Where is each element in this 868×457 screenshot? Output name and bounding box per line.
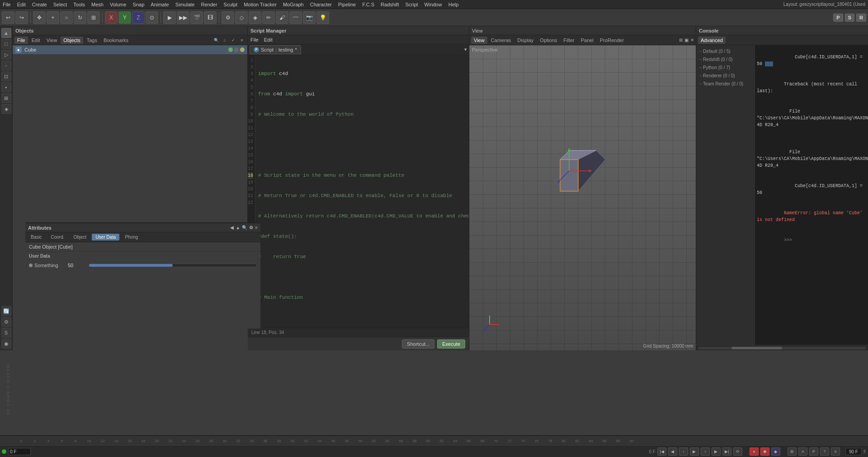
world-coord[interactable]: ⊙ [146, 11, 158, 24]
tab-objects-view[interactable]: View [44, 37, 60, 44]
attr-something-slider[interactable] [89, 264, 257, 267]
s-button[interactable]: S [845, 14, 854, 22]
x-axis-btn[interactable]: X [105, 11, 118, 24]
menu-edit[interactable]: Edit [17, 2, 26, 7]
console-tree-python[interactable]: ─ Python (0 / 7) [696, 63, 755, 71]
tl-record-btn[interactable]: ● [750, 448, 759, 456]
more-icon[interactable]: ≡ [238, 37, 245, 44]
attr-tab-basic[interactable]: Basic [27, 234, 45, 240]
p-button[interactable]: P [833, 14, 843, 22]
motion-camera-btn[interactable]: 📷 [303, 11, 316, 24]
tl-play-back[interactable]: ◀ [668, 448, 677, 456]
cube-visibility-dot[interactable] [228, 47, 233, 52]
attr-settings-icon[interactable]: ⚙ [249, 225, 253, 230]
tl-step-fwd[interactable]: › [701, 448, 710, 456]
undo-button[interactable]: ↩ [2, 11, 14, 24]
viewport-tab-prorender[interactable]: ProRender [597, 37, 627, 44]
fps-input[interactable] [845, 448, 862, 455]
viewport-3d-view[interactable]: Perspective Grid Spacing: 10000 mm [469, 45, 696, 350]
edit-render-settings[interactable]: ⚙ [222, 11, 234, 24]
light-btn[interactable]: 💡 [316, 11, 329, 24]
viewport-tab-cameras[interactable]: Cameras [488, 37, 514, 44]
object-cube-row[interactable]: ■ Cube [13, 45, 247, 54]
console-tree-redshift[interactable]: ─ Redshift (0 / 0) [696, 55, 755, 63]
viewport-tab-display[interactable]: Display [514, 37, 536, 44]
console-tree-default[interactable]: ─ Default (0 / 5) [696, 47, 755, 55]
tl-step-back[interactable]: ‹ [679, 448, 688, 456]
tab-objects-objects[interactable]: Objects [61, 37, 83, 44]
shortcut-button[interactable]: Shortcut... [402, 339, 434, 349]
tl-play[interactable]: ▶ [690, 448, 699, 456]
attr-search-icon[interactable]: 🔍 [242, 225, 247, 230]
sidebar-bottom-3[interactable]: S [1, 328, 11, 338]
menu-pipeline[interactable]: Pipeline [338, 2, 356, 7]
scale-tool[interactable]: ⊞ [87, 11, 100, 24]
perspective-btn[interactable]: ◇ [235, 11, 248, 24]
viewport-tab-panel[interactable]: Panel [578, 37, 596, 44]
menu-mograph[interactable]: MoGraph [283, 2, 304, 7]
menu-script[interactable]: Script [405, 2, 418, 7]
attr-up-icon[interactable]: ▲ [236, 225, 240, 230]
script-tab-dropdown[interactable]: ▾ [464, 47, 467, 52]
r-button[interactable]: R [856, 14, 866, 22]
menu-volume[interactable]: Volume [110, 2, 127, 7]
menu-character[interactable]: Character [310, 2, 332, 7]
tl-settings-b[interactable]: A [798, 448, 807, 456]
tl-record-auto[interactable]: ⏺ [760, 448, 769, 456]
search-icon[interactable]: 🔍 [212, 37, 220, 44]
sidebar-workplane-tool[interactable]: ⊞ [1, 93, 11, 103]
menu-simulate[interactable]: Simulate [175, 2, 195, 7]
viewport-tab-view[interactable]: View [471, 37, 487, 44]
tl-keyframe-btn[interactable]: ◆ [771, 448, 780, 456]
tl-next-keyframe[interactable]: ▶| [722, 448, 731, 456]
tab-objects-file[interactable]: File [14, 37, 28, 44]
menu-window[interactable]: Window [425, 2, 442, 7]
menu-motion-tracker[interactable]: Motion Tracker [244, 2, 277, 7]
attr-tab-userdata[interactable]: User Data [92, 234, 119, 240]
sidebar-bottom-1[interactable]: 🔄 [1, 306, 11, 316]
viewport-tab-filter[interactable]: Filter [561, 37, 577, 44]
tl-settings-a[interactable]: ⊞ [788, 448, 797, 456]
tab-objects-bookmarks[interactable]: Bookmarks [101, 37, 131, 44]
add-tool[interactable]: + [47, 11, 59, 24]
console-tree-teamrender[interactable]: ─ Team Render (0 / 0) [696, 80, 755, 88]
cube-lock-dot[interactable] [240, 47, 245, 52]
redo-button[interactable]: ↪ [15, 11, 28, 24]
render-preview-btn[interactable]: ▶ [163, 11, 176, 24]
attr-tab-phong[interactable]: Phong [121, 234, 142, 240]
tl-settings-d[interactable]: ? [820, 448, 829, 456]
rotate-sphere-tool[interactable]: ○ [60, 11, 73, 24]
tab-objects-tags[interactable]: Tags [84, 37, 100, 44]
home-icon[interactable]: ⌂ [221, 37, 228, 44]
script-file-tab[interactable]: P Script | testing * [250, 45, 301, 54]
attr-back-icon[interactable]: ◀ [230, 225, 234, 230]
paint-btn[interactable]: 🖌 [276, 11, 288, 24]
console-scrollbar[interactable] [696, 345, 868, 350]
rotate-tool[interactable]: ↻ [74, 11, 86, 24]
menu-mesh[interactable]: Mesh [91, 2, 104, 7]
attr-something-value[interactable]: 50 [68, 263, 86, 268]
tl-prev-keyframe[interactable]: |◀ [657, 448, 666, 456]
menu-animate[interactable]: Animate [151, 2, 169, 7]
cube-render-dot[interactable] [234, 47, 239, 52]
attr-tab-object[interactable]: Object [70, 234, 90, 240]
menu-sculpt[interactable]: Sculpt [224, 2, 238, 7]
tl-loop[interactable]: ⟳ [733, 448, 742, 456]
y-axis-btn[interactable]: Y [118, 11, 131, 24]
execute-button[interactable]: Execute [437, 339, 465, 349]
sidebar-edge-tool[interactable]: ▷ [1, 50, 11, 60]
menu-fcs[interactable]: F.C.S [362, 2, 374, 7]
sidebar-uv-tool[interactable]: ⊡ [1, 71, 11, 81]
render-region-btn[interactable]: ▶▶ [177, 11, 189, 24]
menu-render[interactable]: Render [201, 2, 217, 7]
current-frame-input[interactable] [8, 448, 31, 455]
menu-radshift[interactable]: Radshift [381, 2, 399, 7]
sidebar-texture-tool[interactable]: ▪ [1, 82, 11, 92]
menu-create[interactable]: Create [32, 2, 47, 7]
tl-play-fwd[interactable]: ▶ [712, 448, 721, 456]
menu-help[interactable]: Help [448, 2, 459, 7]
sidebar-bottom-2[interactable]: ⚙ [1, 317, 11, 327]
move-tool[interactable]: ✥ [33, 11, 46, 24]
scrollbar-track[interactable] [698, 347, 866, 349]
hair-btn[interactable]: 〰 [289, 11, 302, 24]
